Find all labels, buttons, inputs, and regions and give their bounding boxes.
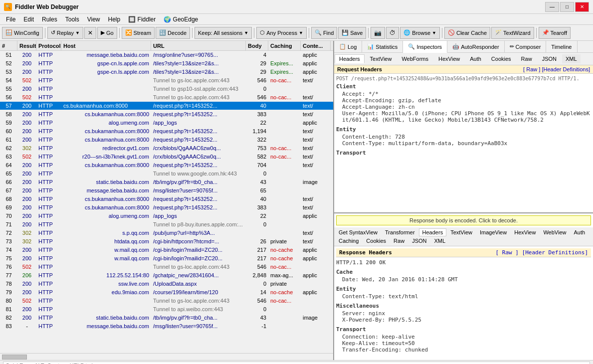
- inspector-tab-cookies[interactable]: Cookies: [487, 54, 516, 63]
- table-row[interactable]: 60 200 HTTP cs.bukamanhua.com:8000 /requ…: [0, 127, 333, 136]
- table-row[interactable]: 62 302 HTTP redirector.gvt1.com /crx/blo…: [0, 144, 333, 153]
- encode-message[interactable]: Response body is encoded. Click to decod…: [336, 215, 591, 225]
- resp-tab-webview[interactable]: WebView: [540, 228, 570, 236]
- table-row[interactable]: 83 - HTTP message.tieba.baidu.com /msg/l…: [0, 322, 333, 331]
- decode-button[interactable]: 🔣 Decode: [156, 27, 190, 39]
- raw-link[interactable]: [ Raw ]: [523, 66, 540, 72]
- horiz-scrollbar[interactable]: [0, 353, 333, 360]
- table-row[interactable]: 56 502 HTTP Tunnel to gs-loc.apple.com:4…: [0, 93, 333, 102]
- tab-log[interactable]: 📋 Log: [334, 41, 362, 52]
- tab-statistics[interactable]: 📊 Statistics: [362, 41, 403, 52]
- replay-button[interactable]: ↺ Replay ▼: [47, 27, 83, 39]
- resp-tab-raw[interactable]: Raw: [390, 237, 408, 245]
- menu-geoedge[interactable]: 🌍 GeoEdge: [160, 15, 202, 24]
- col-header-num[interactable]: #: [0, 41, 17, 50]
- inspector-tab-webforms[interactable]: WebForms: [397, 54, 433, 63]
- winconfig-button[interactable]: 🪟 WinConfig: [2, 27, 43, 39]
- browse-button[interactable]: 🌐 Browse ▼: [400, 27, 440, 39]
- col-header-body[interactable]: Body: [246, 41, 268, 50]
- inspector-tab-hexview[interactable]: HexView: [434, 54, 464, 63]
- table-row[interactable]: 52 200 HTTP gspe-cn.ls.apple.com /tiles?…: [0, 59, 333, 68]
- resp-tab-xml[interactable]: XML: [430, 237, 449, 245]
- timer-button[interactable]: ⏱: [386, 27, 399, 39]
- save-button[interactable]: 💾 Save: [338, 27, 366, 39]
- minimize-button[interactable]: —: [545, 2, 559, 12]
- tearoff-button[interactable]: 📌 Tearoff: [539, 27, 571, 39]
- clearcache-button[interactable]: 🚫 Clear Cache: [444, 27, 490, 39]
- inspector-tab-json[interactable]: JSON: [538, 54, 561, 63]
- table-row[interactable]: 58 200 HTTP cs.bukamanhua.com:8000 /requ…: [0, 110, 333, 119]
- resp-tab-cookies[interactable]: Cookies: [363, 237, 390, 245]
- inspector-tab-auth[interactable]: Auth: [465, 54, 486, 63]
- resp-header-defs-link[interactable]: [Header Definitions]: [522, 249, 588, 256]
- tab-composer[interactable]: ✏ Composer: [505, 41, 547, 52]
- resp-tab-hexview[interactable]: HexView: [511, 228, 539, 236]
- table-row[interactable]: 73 302 HTTP htdata.qq.com /cgi-bin/httpc…: [0, 237, 333, 246]
- table-row[interactable]: 69 200 HTTP cs.bukamanhua.com:8000 /requ…: [0, 203, 333, 212]
- horiz-scroll-thumb[interactable]: [2, 355, 27, 360]
- table-row[interactable]: 59 200 HTTP alog.umeng.com /app_logs 22 …: [0, 119, 333, 127]
- table-row[interactable]: 80 502 HTTP Tunnel to gs-loc.apple.com:4…: [0, 297, 333, 305]
- col-header-caching[interactable]: Caching: [268, 41, 301, 50]
- table-row[interactable]: 70 200 HTTP alog.umeng.com /app_logs 22 …: [0, 212, 333, 220]
- table-row[interactable]: 68 200 HTTP cs.bukamanhua.com:8000 /requ…: [0, 195, 333, 203]
- table-row[interactable]: 78 200 HTTP ssw.live.com /UploadData.asp…: [0, 280, 333, 288]
- screenshot-button[interactable]: 📷: [371, 27, 385, 39]
- inspector-tab-textview[interactable]: TextView: [366, 54, 396, 63]
- table-row[interactable]: 64 200 HTTP cs.bukamanhua.com:8000 /requ…: [0, 161, 333, 170]
- menu-tools[interactable]: Tools: [61, 15, 83, 24]
- textwizard-button[interactable]: 🪄 TextWizard: [491, 27, 534, 39]
- inspector-tab-xml[interactable]: XML: [562, 54, 581, 63]
- table-row[interactable]: 63 502 HTTP r20---sn-i3b7knek.gvt1.com /…: [0, 153, 333, 161]
- resp-tab-headers[interactable]: Headers: [419, 228, 447, 236]
- table-row[interactable]: 54 502 HTTP Tunnel to gs-loc.apple.com:4…: [0, 76, 333, 85]
- go-button[interactable]: ▶ Go: [97, 27, 117, 39]
- resp-tab-imageview[interactable]: ImageView: [476, 228, 510, 236]
- table-row[interactable]: 61 200 HTTP cs.bukamanhua.com:8000 /requ…: [0, 136, 333, 144]
- header-defs-link[interactable]: [Header Definitions]: [542, 66, 590, 72]
- table-row[interactable]: 71 200 HTTP Tunnel to p8-buy.itunes.appl…: [0, 220, 333, 229]
- inspector-tab-headers[interactable]: Headers: [335, 54, 365, 63]
- col-header-url[interactable]: URL: [151, 41, 246, 50]
- table-row[interactable]: 81 200 HTTP Tunnel to api.weibo.com:443 …: [0, 305, 333, 314]
- menu-rules[interactable]: Rules: [38, 15, 61, 24]
- table-row[interactable]: 51 200 HTTP message.tieba.baidu.com /msg…: [0, 51, 333, 59]
- menu-view[interactable]: View: [83, 15, 104, 24]
- table-row[interactable]: 65 200 HTTP Tunnel to www.google.com.hk:…: [0, 170, 333, 178]
- resp-tab-textview[interactable]: TextView: [447, 228, 476, 236]
- tab-inspectors[interactable]: 🔍 Inspectors: [403, 41, 447, 53]
- resp-raw-link[interactable]: [ Raw ]: [496, 249, 519, 256]
- stop-button[interactable]: ✕: [84, 27, 96, 39]
- table-row[interactable]: 55 200 HTTP Tunnel to gsp10-ssl.apple.co…: [0, 85, 333, 93]
- maximize-button[interactable]: □: [560, 2, 574, 12]
- inspector-tab-raw[interactable]: Raw: [517, 54, 537, 63]
- quickexec-input[interactable]: [3, 362, 590, 364]
- resp-tab-syntaxview[interactable]: Get SyntaxView: [335, 228, 381, 236]
- tab-timeline[interactable]: Timeline: [546, 41, 577, 52]
- table-row[interactable]: 76 502 HTTP Tunnel to gs-loc.apple.com:4…: [0, 263, 333, 271]
- col-header-protocol[interactable]: Protocol: [36, 41, 61, 50]
- table-row[interactable]: 53 200 HTTP gspe-cn.ls.apple.com /tiles?…: [0, 68, 333, 76]
- stream-button[interactable]: 🔀 Stream: [122, 27, 155, 39]
- resp-tab-auth[interactable]: Auth: [570, 228, 589, 236]
- find-button[interactable]: 🔍 Find: [311, 27, 337, 39]
- anyprocess-button[interactable]: ⬡ Any Process ▼: [256, 27, 307, 39]
- table-row[interactable]: 75 200 HTTP w.mail.qq.com /cgi-bin/login…: [0, 254, 333, 263]
- col-header-host[interactable]: Host: [61, 41, 151, 50]
- table-row[interactable]: 79 200 HTTP edu.9miao.com /course/199/le…: [0, 288, 333, 297]
- table-row[interactable]: 57 200 HTTP cs.bukamanhua.com:8000 /requ…: [0, 102, 333, 110]
- table-row[interactable]: 67 200 HTTP message.tieba.baidu.com /msg…: [0, 186, 333, 195]
- resp-tab-transformer[interactable]: Transformer: [382, 228, 418, 236]
- table-row[interactable]: 74 200 HTTP w.mail.qq.com /cgi-bin/login…: [0, 246, 333, 254]
- menu-help[interactable]: Help: [104, 15, 125, 24]
- table-row[interactable]: 77 206 HTTP 112.25.52.154:80 /gchatpic_n…: [0, 271, 333, 280]
- tab-autoresponder[interactable]: 🤖 AutoResponder: [447, 41, 504, 52]
- table-row[interactable]: 72 302 HTTP s.p.qq.com /pub/jump?url=htt…: [0, 229, 333, 237]
- col-header-content[interactable]: Conte...: [301, 41, 331, 50]
- col-header-result[interactable]: Result: [17, 41, 36, 50]
- menu-edit[interactable]: Edit: [19, 15, 38, 24]
- resp-tab-caching[interactable]: Caching: [335, 237, 362, 245]
- keep-button[interactable]: Keep: All sessions ▼: [195, 27, 252, 39]
- table-row[interactable]: 66 200 HTTP static.tieba.baidu.com /tb/i…: [0, 178, 333, 186]
- menu-file[interactable]: File: [2, 15, 19, 24]
